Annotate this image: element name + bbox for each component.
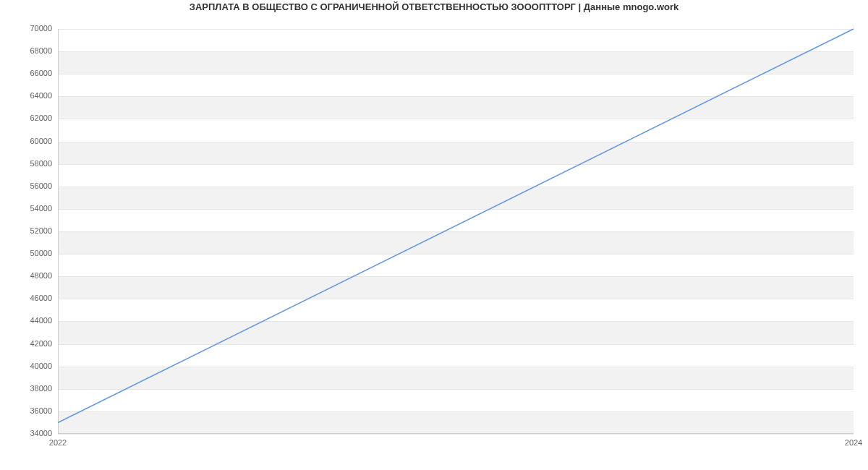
series-line <box>58 29 854 422</box>
y-tick-label: 66000 <box>9 69 52 77</box>
y-tick-label: 44000 <box>9 316 52 325</box>
chart-container: ЗАРПЛАТА В ОБЩЕСТВО С ОГРАНИЧЕННОЙ ОТВЕТ… <box>0 0 868 470</box>
y-tick-label: 42000 <box>9 339 52 348</box>
y-tick-label: 56000 <box>9 181 52 190</box>
y-tick-label: 40000 <box>9 362 52 370</box>
y-tick-label: 36000 <box>9 406 52 415</box>
y-tick-label: 58000 <box>9 159 52 168</box>
gridline <box>58 434 854 435</box>
y-tick-label: 52000 <box>9 226 52 235</box>
y-tick-label: 68000 <box>9 46 52 55</box>
x-tick-label: 2022 <box>49 438 67 447</box>
x-tick-label: 2024 <box>845 438 862 447</box>
y-tick-label: 50000 <box>9 249 52 257</box>
chart-title: ЗАРПЛАТА В ОБЩЕСТВО С ОГРАНИЧЕННОЙ ОТВЕТ… <box>0 1 868 12</box>
y-tick-label: 64000 <box>9 91 52 100</box>
y-tick-label: 54000 <box>9 204 52 213</box>
y-tick-label: 38000 <box>9 384 52 393</box>
y-tick-label: 62000 <box>9 114 52 122</box>
y-tick-label: 34000 <box>9 429 52 437</box>
plot-area <box>58 29 854 434</box>
y-tick-label: 46000 <box>9 294 52 302</box>
line-layer <box>58 29 854 434</box>
y-tick-label: 48000 <box>9 271 52 280</box>
y-tick-label: 70000 <box>9 24 52 33</box>
y-tick-label: 60000 <box>9 137 52 145</box>
